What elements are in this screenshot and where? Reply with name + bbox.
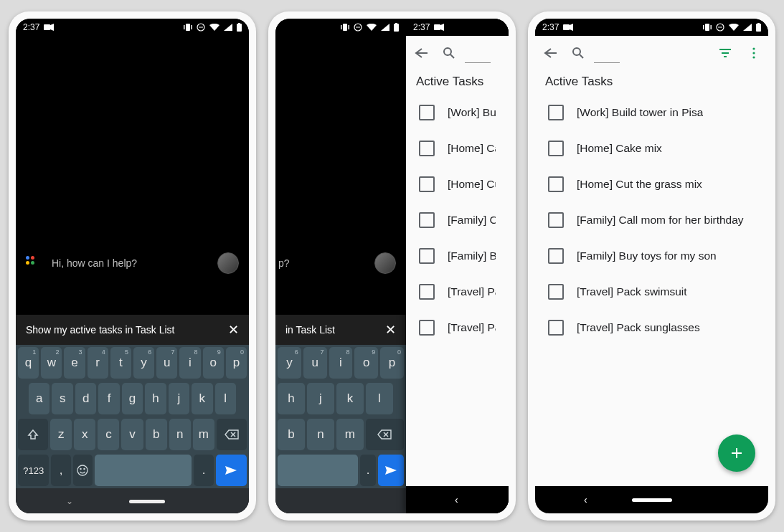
key-b[interactable]: b <box>278 419 305 450</box>
task-item[interactable]: [Family] Call m <box>406 202 509 238</box>
task-item[interactable]: [Home] Cut the grass mix <box>535 166 768 202</box>
key-t[interactable]: t5 <box>110 347 131 379</box>
task-item[interactable]: [Work] Build tower in Pisa <box>535 95 768 130</box>
key-l[interactable]: l <box>366 383 393 414</box>
checkbox[interactable] <box>548 320 564 336</box>
back-icon[interactable] <box>541 44 558 62</box>
checkbox[interactable] <box>548 248 564 264</box>
comma-key[interactable]: , <box>51 455 70 486</box>
keyboard[interactable]: q1w2e3r4t5y6u7i8o9p0 asdfghjkl zxcvbnm ?… <box>16 345 249 488</box>
key-s[interactable]: s <box>52 383 72 414</box>
key-j[interactable]: j <box>169 383 189 414</box>
user-avatar[interactable] <box>374 252 396 274</box>
close-icon[interactable]: ✕ <box>228 323 239 336</box>
key-b[interactable]: b <box>146 419 167 450</box>
filter-icon[interactable] <box>717 44 734 62</box>
key-z[interactable]: z <box>50 419 72 450</box>
key-m[interactable]: m <box>336 419 364 450</box>
key-h[interactable]: h <box>278 383 305 414</box>
more-icon[interactable] <box>745 44 762 62</box>
key-o[interactable]: o9 <box>354 347 378 379</box>
checkbox[interactable] <box>419 105 435 120</box>
task-item[interactable]: [Family] Buy t <box>406 238 509 274</box>
svg-rect-31 <box>756 24 761 32</box>
svg-rect-13 <box>343 24 347 31</box>
search-icon[interactable] <box>440 44 458 62</box>
task-item[interactable]: [Work] Build t <box>406 95 509 130</box>
task-item[interactable]: [Travel] Pack s <box>406 274 509 310</box>
key-i[interactable]: i8 <box>179 347 200 379</box>
chevron-down-icon[interactable]: ⌄ <box>66 496 73 506</box>
checkbox[interactable] <box>548 176 564 192</box>
back-caret-icon[interactable]: ‹ <box>455 494 458 505</box>
task-item[interactable]: [Travel] Pack swimsuit <box>535 274 768 310</box>
key-g[interactable]: g <box>122 383 143 414</box>
symbols-key[interactable]: ?123 <box>18 455 49 486</box>
key-k[interactable]: k <box>192 383 212 414</box>
checkbox[interactable] <box>419 320 435 336</box>
space-key[interactable] <box>95 455 192 486</box>
add-task-fab[interactable] <box>718 434 755 472</box>
task-item[interactable]: [Home] Cut th <box>406 166 509 202</box>
key-e[interactable]: e3 <box>64 347 85 379</box>
checkbox[interactable] <box>419 212 435 228</box>
task-item[interactable]: [Travel] Pack sunglasses <box>535 310 768 346</box>
period-key[interactable]: . <box>194 455 213 486</box>
keyboard-partial[interactable]: y6u7i8o9p0 hjkl bnm . <box>275 345 406 488</box>
emoji-key[interactable] <box>73 455 93 486</box>
period-key[interactable]: . <box>360 455 376 486</box>
assistant-input-bar[interactable]: Show my active tasks in Task List ✕ <box>16 315 249 345</box>
key-i[interactable]: i8 <box>329 347 353 379</box>
checkbox[interactable] <box>419 176 435 192</box>
key-y[interactable]: y6 <box>133 347 154 379</box>
key-r[interactable]: r4 <box>88 347 108 379</box>
close-icon[interactable]: ✕ <box>385 323 396 336</box>
checkbox[interactable] <box>548 212 564 228</box>
key-v[interactable]: v <box>121 419 143 450</box>
key-m[interactable]: m <box>193 419 214 450</box>
home-pill[interactable] <box>129 500 165 503</box>
key-j[interactable]: j <box>307 383 334 414</box>
key-n[interactable]: n <box>169 419 191 450</box>
key-o[interactable]: o9 <box>203 347 224 379</box>
task-item[interactable]: [Family] Buy toys for my son <box>535 238 768 274</box>
key-d[interactable]: d <box>75 383 96 414</box>
key-n[interactable]: n <box>307 419 334 450</box>
search-icon[interactable] <box>570 44 587 62</box>
key-x[interactable]: x <box>74 419 95 450</box>
space-key[interactable] <box>278 455 358 486</box>
key-u[interactable]: u7 <box>303 347 327 379</box>
svg-rect-25 <box>563 24 570 30</box>
checkbox[interactable] <box>419 284 435 300</box>
user-avatar[interactable] <box>217 252 239 274</box>
task-item[interactable]: [Home] Cake mix <box>535 130 768 166</box>
checkbox[interactable] <box>419 248 435 264</box>
key-c[interactable]: c <box>98 419 119 450</box>
key-y[interactable]: y6 <box>278 347 301 379</box>
backspace-key[interactable] <box>217 419 247 450</box>
shift-key[interactable] <box>18 419 48 450</box>
task-item[interactable]: [Travel] Pack s <box>406 310 509 346</box>
checkbox[interactable] <box>548 141 564 156</box>
key-f[interactable]: f <box>98 383 119 414</box>
home-pill[interactable] <box>632 498 672 502</box>
checkbox[interactable] <box>548 284 564 300</box>
key-a[interactable]: a <box>29 383 49 414</box>
backspace-key[interactable] <box>366 419 404 450</box>
back-icon[interactable] <box>412 44 429 62</box>
key-h[interactable]: h <box>145 383 166 414</box>
checkbox[interactable] <box>548 105 564 120</box>
checkbox[interactable] <box>419 141 435 156</box>
task-item[interactable]: [Family] Call mom for her birthday <box>535 202 768 238</box>
send-key[interactable] <box>216 455 247 486</box>
key-k[interactable]: k <box>336 383 364 414</box>
key-u[interactable]: u7 <box>156 347 177 379</box>
task-item[interactable]: [Home] Cake <box>406 130 509 166</box>
key-p[interactable]: p0 <box>226 347 247 379</box>
key-q[interactable]: q1 <box>18 347 39 379</box>
back-caret-icon[interactable]: ‹ <box>584 494 587 505</box>
send-key[interactable] <box>378 455 404 486</box>
key-w[interactable]: w2 <box>41 347 62 379</box>
key-l[interactable]: l <box>215 383 236 414</box>
key-p[interactable]: p0 <box>380 347 404 379</box>
